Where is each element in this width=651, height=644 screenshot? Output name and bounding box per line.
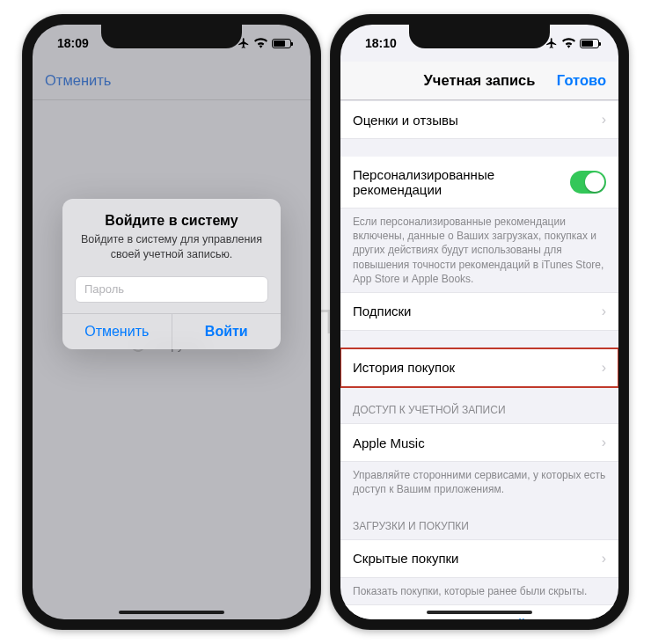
row-hidden-purchases[interactable]: Скрытые покупки › — [340, 539, 618, 578]
status-time: 18:09 — [57, 36, 89, 50]
status-time: 18:10 — [365, 36, 397, 50]
chevron-right-icon: › — [602, 551, 606, 567]
nav-bar: Учетная запись Готово — [340, 62, 618, 100]
row-label: Скрытые покупки — [353, 551, 458, 566]
chevron-right-icon: › — [602, 304, 606, 319]
alert-title: Войдите в систему — [75, 213, 268, 229]
nav-bar: Отменить — [33, 62, 311, 100]
toggle-personalized[interactable] — [570, 171, 606, 194]
chevron-right-icon: › — [602, 112, 606, 128]
notch — [101, 25, 242, 48]
chevron-right-icon: › — [602, 360, 606, 376]
row-personalized-recommendations[interactable]: Персонализированные рекомендации — [340, 157, 618, 209]
alert-login-button[interactable]: Войти — [172, 314, 282, 349]
section-header: ДОСТУП К УЧЕТНОЙ ЗАПИСИ — [340, 387, 618, 423]
alert-message: Войдите в систему для управления своей у… — [75, 232, 268, 262]
wifi-icon — [562, 38, 575, 48]
login-alert: Войдите в систему Войдите в систему для … — [62, 199, 281, 349]
password-placeholder: Пароль — [84, 282, 124, 296]
row-label: Apple Music — [353, 435, 425, 450]
section-header: ЗАГРУЗКИ И ПОКУПКИ — [340, 503, 618, 539]
home-indicator[interactable] — [427, 611, 532, 614]
done-button[interactable]: Готово — [557, 72, 606, 89]
chevron-right-icon: › — [602, 435, 606, 450]
battery-icon — [580, 39, 599, 48]
row-subscriptions[interactable]: Подписки › — [340, 292, 618, 331]
battery-icon — [272, 39, 291, 48]
row-purchase-history[interactable]: История покупок › — [340, 348, 618, 387]
section-footer: Управляйте сторонними сервисами, у котор… — [340, 462, 618, 502]
home-indicator[interactable] — [119, 611, 224, 614]
row-label: Оценки и отзывы — [353, 113, 458, 128]
password-field[interactable]: Пароль — [75, 276, 268, 303]
phone-left: 18:09 Отменить Загрузка... Войдите в сис… — [22, 14, 321, 630]
row-label: Персонализированные рекомендации — [353, 167, 570, 197]
row-label: Подписки — [353, 304, 412, 318]
cancel-button[interactable]: Отменить — [45, 72, 111, 89]
row-ratings-reviews[interactable]: Оценки и отзывы › — [340, 100, 618, 139]
phone-right: 18:10 Учетная запись Готово Оценки и отз… — [330, 14, 629, 630]
alert-cancel-button[interactable]: Отменить — [62, 314, 172, 349]
settings-list[interactable]: Оценки и отзывы › Персонализированные ре… — [340, 100, 618, 619]
notch — [409, 25, 550, 48]
row-apple-music[interactable]: Apple Music › — [340, 423, 618, 462]
section-footer: Показать покупки, которые ранее были скр… — [340, 578, 618, 604]
wifi-icon — [254, 38, 267, 48]
section-footer: Если персонализированные рекомендации вк… — [340, 209, 618, 292]
row-label: История покупок — [353, 360, 455, 375]
